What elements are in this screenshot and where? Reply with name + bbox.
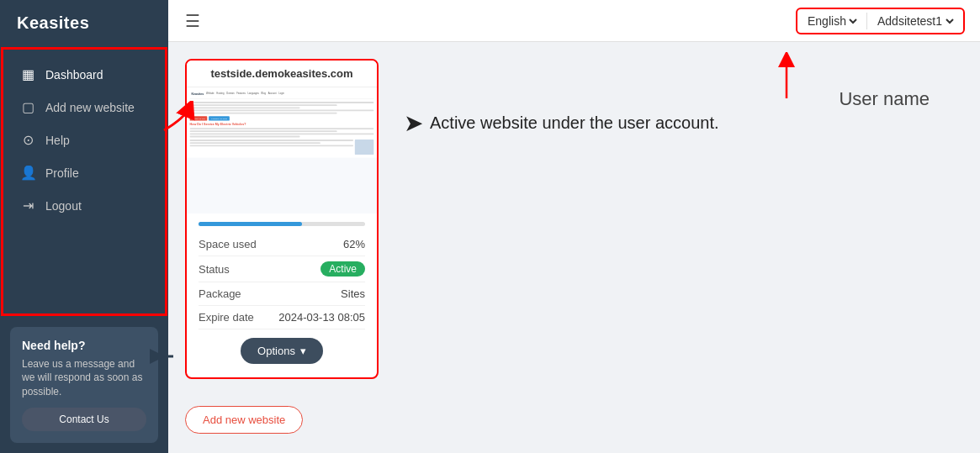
sidebar-item-help[interactable]: ⊙ Help (3, 124, 165, 156)
expire-label: Expire date (199, 311, 254, 324)
options-label: Options (257, 345, 295, 357)
main-area: ☰ English Addsitetest1 User name testsid… (168, 0, 980, 453)
help-icon: ⊙ (20, 132, 35, 148)
profile-icon: 👤 (20, 165, 35, 181)
sidebar-item-add-website[interactable]: ▢ Add new website (3, 91, 165, 124)
contact-us-button[interactable]: Contact Us (22, 408, 146, 431)
help-box-title: Need help? (22, 339, 146, 352)
annotation-arrow-icon: ➤ (404, 109, 423, 137)
space-used-label: Space used (199, 238, 257, 250)
sidebar: Keasites ▦ Dashboard ▢ Add new website ⊙… (0, 0, 168, 453)
card-preview: Keasites Website Hosting Domain Features… (187, 87, 377, 213)
sidebar-item-logout[interactable]: ⇥ Logout (3, 189, 165, 222)
header: ☰ English Addsitetest1 (168, 0, 980, 42)
options-chevron-icon: ▾ (300, 345, 306, 357)
sidebar-item-dashboard[interactable]: ▦ Dashboard (3, 58, 165, 91)
status-label: Status (199, 263, 230, 276)
expire-row: Expire date 2024-03-13 08:05 (199, 306, 365, 329)
help-box-text: Leave us a message and we will respond a… (22, 357, 146, 399)
package-row: Package Sites (199, 282, 365, 306)
language-selector[interactable]: English (804, 13, 860, 29)
sidebar-item-help-label: Help (45, 134, 70, 147)
content-area: User name testside.demokeasites.com Keas… (168, 42, 980, 453)
hamburger-icon[interactable]: ☰ (185, 11, 200, 31)
expire-value: 2024-03-13 08:05 (278, 311, 365, 324)
header-right: English Addsitetest1 (797, 9, 963, 33)
status-badge: Active (320, 261, 365, 277)
website-card: testside.demokeasites.com Keasites Websi… (185, 59, 379, 379)
logout-icon: ⇥ (20, 198, 35, 213)
sidebar-item-dashboard-label: Dashboard (45, 68, 103, 82)
space-used-value: 62% (343, 238, 365, 250)
options-button[interactable]: Options ▾ (241, 338, 323, 364)
sidebar-item-logout-label: Logout (45, 199, 82, 213)
space-progress-container (199, 222, 365, 226)
package-label: Package (199, 287, 241, 300)
username-annotation: User name (839, 88, 930, 110)
annotation-text: Active website under the user account. (430, 113, 719, 133)
sidebar-item-profile[interactable]: 👤 Profile (3, 156, 165, 189)
space-used-row: Space used 62% (199, 233, 365, 256)
help-box: Need help? Leave us a message and we wil… (10, 327, 158, 443)
sidebar-item-profile-label: Profile (45, 166, 79, 180)
status-row: Status Active (199, 256, 365, 282)
sidebar-item-add-website-label: Add new website (45, 101, 135, 114)
card-stats: Space used 62% Status Active Package Sit… (187, 213, 377, 377)
sidebar-nav: ▦ Dashboard ▢ Add new website ⊙ Help 👤 P… (3, 50, 165, 313)
card-title: testside.demokeasites.com (187, 61, 377, 87)
space-progress-fill (199, 222, 302, 226)
package-value: Sites (341, 287, 365, 300)
header-divider (866, 13, 867, 29)
sidebar-logo: Keasites (0, 0, 168, 46)
add-website-icon: ▢ (20, 99, 35, 115)
user-selector[interactable]: Addsitetest1 (874, 13, 956, 29)
add-new-website-button[interactable]: Add new website (185, 406, 303, 434)
dashboard-icon: ▦ (20, 66, 35, 82)
